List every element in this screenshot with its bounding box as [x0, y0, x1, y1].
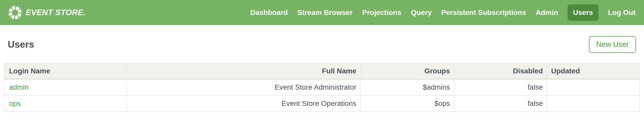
- nav-item-admin[interactable]: Admin: [536, 8, 558, 17]
- event-store-logo: EVENT STORE.: [8, 5, 86, 20]
- nav-item-dashboard[interactable]: Dashboard: [250, 8, 288, 17]
- user-link-ops[interactable]: ops: [9, 99, 21, 107]
- users-page: Users New User Login Name Full Name Grou…: [0, 25, 644, 112]
- users-table-header: Login Name Full Name Groups Disabled Upd…: [4, 63, 639, 79]
- brand-name: EVENT STORE.: [26, 8, 86, 17]
- cell-updated: [547, 79, 639, 95]
- cell-disabled: false: [454, 79, 547, 95]
- column-header-disabled: Disabled: [454, 63, 547, 79]
- column-header-login-name: Login Name: [4, 63, 127, 79]
- nav-item-projections[interactable]: Projections: [362, 8, 401, 17]
- column-header-groups: Groups: [360, 63, 454, 79]
- nav-item-log-out[interactable]: Log Out: [608, 8, 636, 17]
- nav-item-query[interactable]: Query: [411, 8, 432, 17]
- nav-item-persistent-subscriptions[interactable]: Persistent Subscriptions: [441, 8, 526, 17]
- page-title: Users: [8, 39, 34, 50]
- cell-updated: [547, 95, 639, 112]
- cell-full-name: Event Store Administrator: [127, 79, 360, 95]
- table-row: admin Event Store Administrator $admins …: [4, 79, 639, 95]
- column-header-updated: Updated: [547, 63, 639, 79]
- nav-item-users[interactable]: Users: [568, 4, 598, 21]
- table-header-row: Login Name Full Name Groups Disabled Upd…: [4, 63, 639, 79]
- cell-groups: $admins: [360, 79, 454, 95]
- user-link-admin[interactable]: admin: [9, 83, 29, 91]
- cell-groups: $ops: [360, 95, 454, 112]
- cell-login-name: admin: [4, 79, 127, 95]
- cell-full-name: Event Store Operations: [127, 95, 360, 112]
- table-row: ops Event Store Operations $ops false: [4, 95, 639, 112]
- cell-login-name: ops: [4, 95, 127, 112]
- nav-item-stream-browser[interactable]: Stream Browser: [297, 8, 353, 17]
- aperture-shutter-icon: [8, 5, 22, 20]
- users-table: Login Name Full Name Groups Disabled Upd…: [4, 63, 639, 112]
- new-user-button[interactable]: New User: [589, 36, 636, 53]
- column-header-full-name: Full Name: [127, 63, 360, 79]
- page-header: Users New User: [0, 25, 644, 53]
- nav-menu: Dashboard Stream Browser Projections Que…: [250, 4, 636, 21]
- top-navbar: EVENT STORE. Dashboard Stream Browser Pr…: [0, 0, 644, 25]
- cell-disabled: false: [454, 95, 547, 112]
- users-table-body: admin Event Store Administrator $admins …: [4, 79, 639, 112]
